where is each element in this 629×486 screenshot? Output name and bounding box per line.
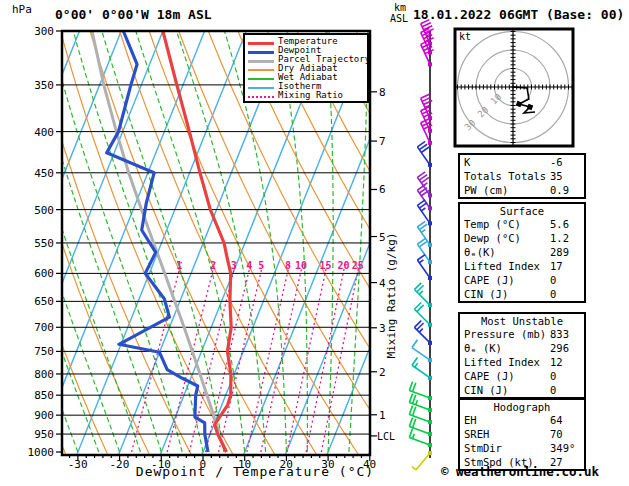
table-row-value: 12 [550, 356, 563, 368]
pressure-tick-label: 900 [20, 410, 54, 421]
pressure-tick-label: 950 [20, 429, 54, 440]
table-row-value: 70 [550, 428, 563, 440]
mixing-ratio-value: 25 [352, 261, 364, 271]
table-row: Pressure (mb)833 [460, 327, 584, 341]
legend-line-swatch [248, 91, 274, 100]
table-row: CAPE (J)0 [460, 369, 584, 383]
legend-line-swatch [248, 73, 274, 82]
legend-line-swatch [248, 46, 274, 55]
table-row-value: 64 [550, 414, 563, 426]
temp-tick-label: 0 [200, 459, 207, 470]
table-row-label: Temp (°C) [464, 218, 550, 230]
table-title: Hodograph [460, 400, 584, 413]
pressure-tick-label: 700 [20, 322, 54, 333]
legend-line-swatch [248, 37, 274, 46]
table-row: PW (cm)0.9 [460, 183, 584, 197]
pressure-tick-label: 1000 [20, 447, 54, 458]
table-row-value: -6 [550, 156, 563, 168]
altitude-unit-asl: ASL [390, 14, 408, 24]
temp-tick-label: 30 [321, 459, 334, 470]
copyright: © weatheronline.co.uk [441, 466, 599, 479]
table-row-value: 5.6 [550, 218, 569, 230]
wind-barb [412, 451, 432, 470]
mixing-ratio-value: 1 [176, 261, 182, 271]
station-title: 0°00' 0°00'W 18m ASL [55, 8, 212, 21]
table-row-value: 0 [550, 384, 556, 396]
indices-table: K-6Totals Totals35PW (cm)0.9 [458, 153, 586, 199]
pressure-tick-label: 550 [20, 238, 54, 249]
table-row-label: SREH [464, 428, 550, 440]
table-row-label: θₑ (K) [464, 342, 550, 354]
pressure-tick-label: 650 [20, 296, 54, 307]
temp-tick-label: -20 [109, 459, 129, 470]
table-row-value: 0 [550, 274, 556, 286]
table-row: K-6 [460, 155, 584, 169]
table-row: StmDir349° [460, 441, 584, 455]
table-row-label: Pressure (mb) [464, 328, 550, 340]
pressure-unit-label: hPa [12, 4, 32, 15]
legend: TemperatureDewpointParcel TrajectoryDry … [243, 33, 369, 103]
pressure-tick-label: 750 [20, 346, 54, 357]
table-row: CIN (J)0 [460, 287, 584, 301]
datetime-title: 18.01.2022 06GMT (Base: 00) [413, 8, 624, 21]
km-tick-label: 8 [379, 87, 386, 98]
mixing-ratio-value: 5 [258, 261, 264, 271]
surface-table: SurfaceTemp (°C)5.6Dewp (°C)1.2θₑ(K)289L… [458, 202, 586, 303]
km-tick-label: 6 [379, 184, 386, 195]
temp-tick-label: 40 [363, 459, 376, 470]
pressure-tick-label: 400 [20, 127, 54, 138]
wind-barb [409, 382, 432, 400]
table-row-label: Dewp (°C) [464, 232, 550, 244]
table-row: θₑ (K)296 [460, 341, 584, 355]
pressure-tick-label: 600 [20, 268, 54, 279]
mixing-ratio-value: 4 [246, 261, 252, 271]
pressure-tick-label: 350 [20, 80, 54, 91]
skewt-sounding-page: { "header": { "pressure_unit": "hPa", "s… [0, 0, 629, 486]
mixing-ratio-value: 15 [320, 261, 332, 271]
table-row: Lifted Index17 [460, 259, 584, 273]
table-row-value: 0.9 [550, 184, 569, 196]
km-tick-label: 4 [379, 278, 386, 289]
pressure-tick-label: 850 [20, 390, 54, 401]
table-row: Temp (°C)5.6 [460, 217, 584, 231]
km-tick-label: 7 [379, 136, 386, 147]
most-unstable-table: Most UnstablePressure (mb)833θₑ (K)296Li… [458, 312, 586, 399]
mixing-ratio-value: 2 [210, 261, 216, 271]
mixing-ratio-axis-title: Mixing Ratio (g/kg) [386, 226, 397, 366]
pressure-tick-label: 800 [20, 369, 54, 380]
pressure-tick-label: 500 [20, 205, 54, 216]
table-row-label: Totals Totals [464, 170, 550, 182]
table-row-value: 296 [550, 342, 569, 354]
table-row-value: 35 [550, 170, 563, 182]
km-tick-label: 3 [379, 323, 386, 334]
km-tick-label: 1 [379, 410, 386, 421]
table-row: CIN (J)0 [460, 383, 584, 397]
table-row: EH64 [460, 413, 584, 427]
table-row-label: CAPE (J) [464, 274, 550, 286]
temp-tick-label: 20 [280, 459, 293, 470]
table-row-value: 0 [550, 370, 556, 382]
km-tick-label: 2 [379, 367, 386, 378]
table-title: Most Unstable [460, 314, 584, 327]
temp-tick-label: -10 [151, 459, 171, 470]
legend-line-swatch [248, 55, 274, 64]
table-row-label: PW (cm) [464, 184, 550, 196]
lcl-label: LCL [377, 432, 395, 442]
pressure-tick-label: 300 [20, 26, 54, 37]
table-row-value: 289 [550, 246, 569, 258]
legend-line-swatch [248, 82, 274, 91]
mixing-ratio-value: 20 [337, 261, 349, 271]
table-row-label: StmDir [464, 442, 550, 454]
hodograph-kt-label: kt [459, 32, 471, 42]
table-row-label: CAPE (J) [464, 370, 550, 382]
table-row-label: θₑ(K) [464, 246, 550, 258]
mixing-ratio-value: 10 [295, 261, 307, 271]
table-row-label: Lifted Index [464, 260, 550, 272]
table-title: Surface [460, 204, 584, 217]
table-row: Dewp (°C)1.2 [460, 231, 584, 245]
table-row-value: 1.2 [550, 232, 569, 244]
table-row: CAPE (J)0 [460, 273, 584, 287]
table-row-label: CIN (J) [464, 288, 550, 300]
table-row: SREH70 [460, 427, 584, 441]
legend-item-label: Mixing Ratio [278, 91, 343, 100]
